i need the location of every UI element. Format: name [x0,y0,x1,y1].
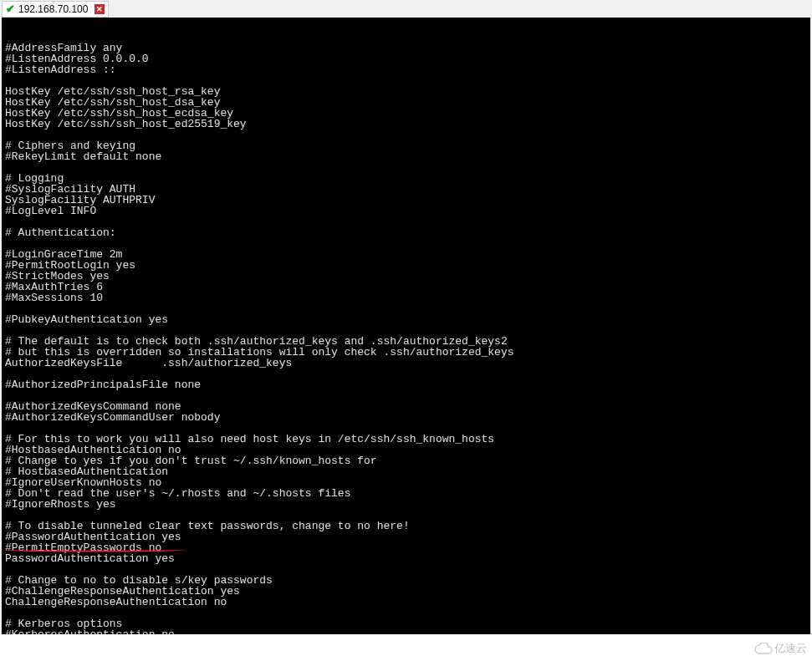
terminal-line: #MaxAuthTries 6 [5,282,807,292]
terminal-line: # Don't read the user's ~/.rhosts and ~/… [5,488,807,499]
terminal-line: HostKey /etc/ssh/ssh_host_ed25519_key [5,119,807,130]
terminal-line: #PermitRootLogin yes [5,260,807,271]
connected-check-icon: ✔ [6,3,15,15]
tab-bar: ✔ 192.168.70.100 ✕ [0,0,812,18]
close-icon[interactable]: ✕ [94,4,105,14]
terminal-line: #StrictModes yes [5,271,807,282]
terminal-line: ChallengeResponseAuthentication no [5,597,807,608]
terminal-line: SyslogFacility AUTHPRIV [5,195,807,206]
terminal-line: #PubkeyAuthentication yes [5,314,807,325]
terminal-line: #AuthorizedKeysCommandUser nobody [5,412,807,423]
watermark-text: 亿速云 [774,641,807,656]
tab-host-label: 192.168.70.100 [18,3,88,15]
terminal-line: #MaxSessions 10 [5,292,807,303]
terminal-line [5,608,807,618]
terminal-line: #IgnoreRhosts yes [5,499,807,510]
bottom-strip [0,634,812,661]
terminal-line: AuthorizedKeysFile .ssh/authorized_keys [5,358,807,369]
terminal-editor[interactable]: #AddressFamily any#ListenAddress 0.0.0.0… [2,18,810,634]
session-tab[interactable]: ✔ 192.168.70.100 ✕ [2,1,109,18]
terminal-line [5,162,807,173]
terminal-line [5,216,807,227]
terminal-line: #AuthorizedPrincipalsFile none [5,379,807,390]
terminal-line: #ListenAddress :: [5,64,807,75]
watermark: 亿速云 [754,641,807,656]
terminal-line: #LogLevel INFO [5,206,807,216]
terminal-line: #RekeyLimit default none [5,151,807,162]
terminal-line: #ListenAddress 0.0.0.0 [5,53,807,64]
terminal-line [5,238,807,249]
terminal-line: # Authentication: [5,227,807,238]
terminal-line: PasswordAuthentication yes [5,553,807,564]
